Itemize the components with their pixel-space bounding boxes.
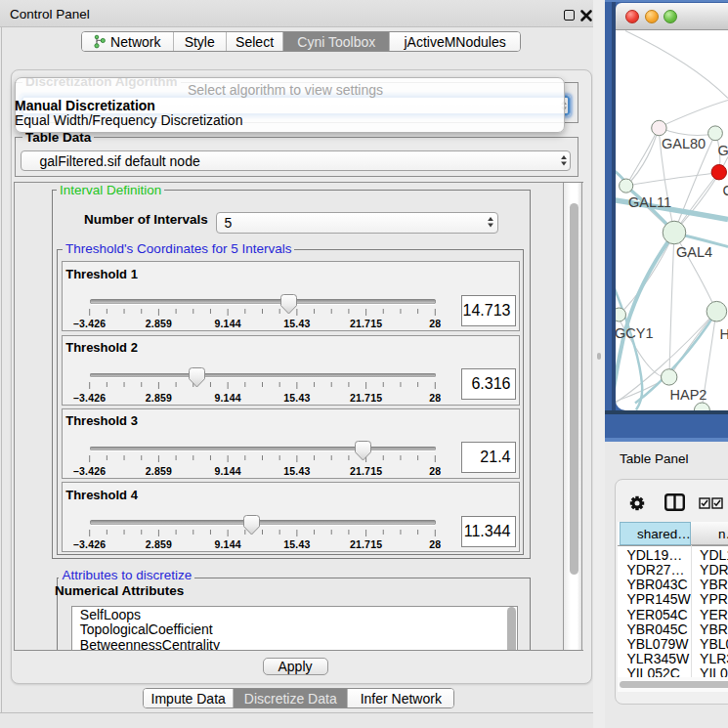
svg-text:C: C: [723, 182, 728, 197]
svg-text:GAL80: GAL80: [662, 136, 706, 151]
svg-text:GCY1: GCY1: [616, 325, 654, 341]
svg-text:H: H: [720, 325, 728, 341]
svg-text:HAP2: HAP2: [670, 386, 707, 402]
svg-text:GAL4: GAL4: [676, 244, 712, 260]
svg-text:GA: GA: [718, 142, 728, 157]
svg-text:GAL11: GAL11: [628, 194, 671, 210]
